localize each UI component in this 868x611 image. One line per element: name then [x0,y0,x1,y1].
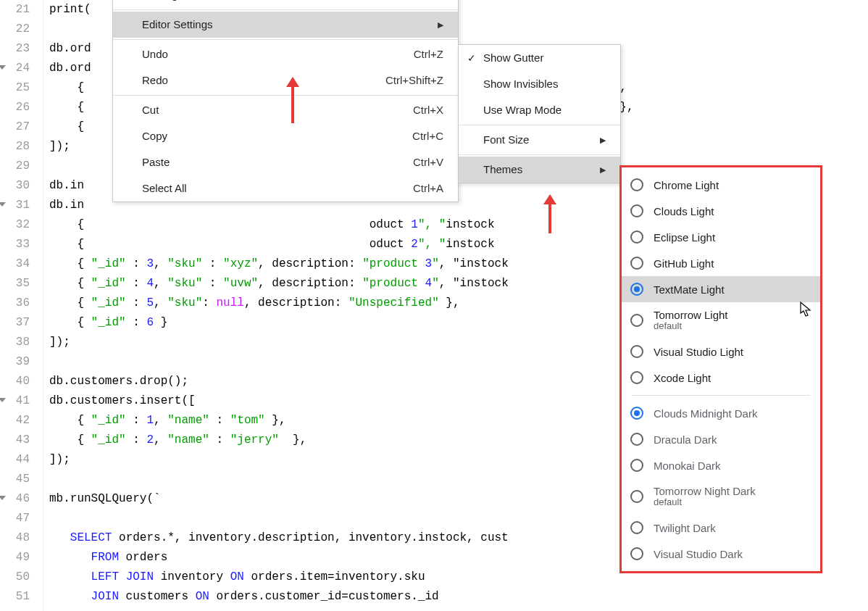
theme-label: Xcode Light [654,372,711,384]
menu-shortcut: Ctrl+Shift+Z [385,67,443,93]
theme-label: TextMate Light [654,283,725,296]
line-number: 49 [0,548,30,568]
settings-menu-item-label: Show Invisibles [483,71,558,97]
line-number: 21 [0,0,30,20]
code-line[interactable]: JOIN customers ON orders.customer_id=cus… [49,587,868,607]
line-number: 45 [0,470,30,489]
context-menu-item[interactable]: UndoCtrl+Z [113,41,458,67]
line-number: 47 [0,509,30,528]
theme-label: Clouds Midnight Dark [654,407,757,420]
theme-sublabel: default [654,497,756,507]
submenu-arrow-icon: ▶ [600,127,606,153]
context-menu-item-label: Paste [142,149,170,175]
theme-label: Visual Studio Light [654,346,743,358]
radio-icon [630,283,643,296]
theme-option[interactable]: Clouds Midnight Dark [622,400,820,426]
line-number: 39 [0,352,30,372]
context-menu-item[interactable]: CopyCtrl+C [113,123,458,149]
themes-panel[interactable]: Chrome LightClouds LightEclipse LightGit… [619,165,822,573]
settings-menu-item[interactable]: Themes▶ [459,157,620,183]
radio-icon [630,230,643,244]
theme-option[interactable]: Tomorrow Lightdefault [622,302,820,338]
line-gutter: 2122232425262728293031323334353637383940… [0,0,43,611]
context-menu-separator [113,95,458,96]
menu-shortcut: Ctrl+C [412,123,443,149]
theme-label: Visual Studio Dark [654,548,743,560]
radio-icon [630,547,643,560]
theme-option[interactable]: Dracula Dark [622,426,820,452]
line-number: 41 [0,391,30,411]
menu-shortcut: Ctrl+X [413,97,443,123]
theme-option[interactable]: GitHub Light [622,250,820,276]
line-number: 37 [0,313,30,333]
line-number: 50 [0,568,30,587]
theme-option[interactable]: Twilight Dark [622,515,820,541]
editor-settings-submenu[interactable]: Show GutterShow InvisiblesUse Wrap ModeF… [458,44,621,183]
settings-menu-item[interactable]: Show Gutter [459,45,620,71]
radio-icon [630,257,643,270]
menu-shortcut: Ctrl+V [413,149,443,175]
context-menu-item-label: Cut [142,97,159,123]
line-number: 51 [0,587,30,607]
context-menu-item[interactable]: Select AllCtrl+A [113,175,458,201]
theme-label: Twilight Dark [654,522,716,534]
theme-option[interactable]: Chrome Light [622,172,820,198]
radio-icon [630,521,643,534]
line-number: 36 [0,294,30,313]
line-number: 29 [0,157,30,176]
context-menu-item[interactable]: PasteCtrl+V [113,149,458,175]
theme-label: Tomorrow Lightdefault [654,309,728,331]
context-menu-item-label: Undo [142,41,168,67]
line-number: 32 [0,215,30,235]
theme-label: Eclipse Light [654,231,715,244]
theme-option[interactable]: Visual Studio Light [622,338,820,365]
annotation-arrow-2 [548,203,551,233]
context-menu-item-label: Redo [142,67,168,93]
context-menu-item-label: Copy [142,123,167,149]
radio-icon [630,371,643,384]
theme-option[interactable]: Visual Studio Dark [622,541,820,567]
submenu-arrow-icon: ▶ [438,12,443,38]
radio-icon [630,204,643,217]
theme-option[interactable]: TextMate Light [622,276,820,302]
context-menu-item-label: Select All [142,175,187,201]
theme-label: Chrome Light [654,179,719,191]
context-menu-item[interactable]: CutCtrl+X [113,97,458,123]
radio-icon [630,345,643,358]
context-menu-item-label: Editor Settings [142,12,213,38]
settings-menu-item[interactable]: Show Invisibles [459,71,620,97]
theme-label: Tomorrow Night Darkdefault [654,485,756,507]
line-number: 38 [0,333,30,352]
line-number: 44 [0,450,30,470]
theme-label: Monokai Dark [654,460,721,472]
line-number: 34 [0,254,30,274]
line-number: 26 [0,98,30,117]
theme-label: Dracula Dark [654,433,717,446]
settings-menu-item[interactable]: Use Wrap Mode [459,97,620,123]
line-number: 25 [0,78,30,98]
line-number: 42 [0,411,30,431]
line-number: 27 [0,117,30,137]
line-number: 22 [0,20,30,39]
radio-icon [630,433,643,446]
menu-shortcut: Ctrl+Z [414,41,443,67]
context-menu[interactable]: Folding▶Editor Settings▶UndoCtrl+ZRedoCt… [112,0,459,202]
theme-option[interactable]: Eclipse Light [622,224,820,250]
context-menu-item[interactable]: RedoCtrl+Shift+Z [113,67,458,93]
context-menu-item[interactable]: Editor Settings▶ [113,12,458,38]
theme-option[interactable]: Xcode Light [622,365,820,391]
settings-menu-item-label: Show Gutter [483,45,543,71]
settings-menu-item-label: Font Size [483,127,529,153]
submenu-arrow-icon: ▶ [438,0,443,8]
theme-option[interactable]: Monokai Dark [622,452,820,478]
settings-menu-item[interactable]: Font Size▶ [459,127,620,153]
line-number: 33 [0,235,30,254]
line-number: 35 [0,274,30,294]
annotation-arrow-1 [291,86,294,123]
settings-menu-item-label: Use Wrap Mode [483,97,562,123]
settings-menu-separator [459,154,620,155]
context-menu-item[interactable]: Folding▶ [113,0,458,8]
theme-option[interactable]: Clouds Light [622,198,820,224]
line-number: 46 [0,489,30,509]
theme-option[interactable]: Tomorrow Night Darkdefault [622,478,820,515]
